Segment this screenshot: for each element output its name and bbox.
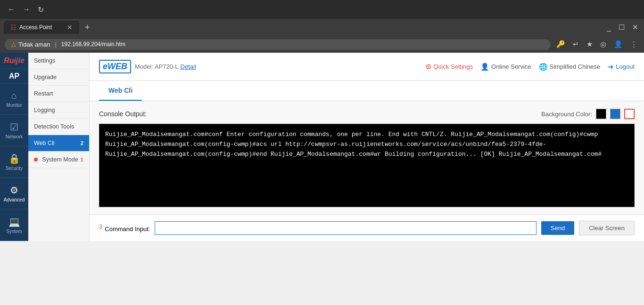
address-bar[interactable]: △ Tidak aman | 192.168.99.204/main.htm: [5, 39, 551, 50]
nav-system[interactable]: 💻 System: [0, 209, 28, 241]
online-service-button[interactable]: 👤 Online Service: [480, 63, 531, 71]
nav-advanced[interactable]: ⚙ Advanced: [0, 178, 28, 209]
color-swatch-black[interactable]: [596, 109, 606, 119]
back-button[interactable]: ←: [5, 3, 18, 16]
quick-settings-button[interactable]: ⚙ Quick Settings: [425, 63, 473, 71]
browser-nav-buttons: ← → ↻: [5, 3, 47, 16]
simplified-chinese-label: Simplified Chinese: [550, 63, 601, 70]
tab-web-cli[interactable]: Web Cli: [99, 81, 142, 101]
simplified-chinese-button[interactable]: 🌐 Simplified Chinese: [539, 63, 601, 71]
console-output: Ruijie_AP_Modalsemangat.com#conf Enter c…: [99, 124, 635, 207]
url-text: 192.168.99.204/main.htm: [61, 41, 125, 48]
minimize-button[interactable]: ⎯: [605, 23, 613, 32]
bg-color-label: Background Color:: [541, 111, 592, 118]
online-service-label: Online Service: [491, 63, 531, 70]
logout-button[interactable]: ➔ Logout: [608, 63, 635, 71]
logo-ap: AP: [9, 72, 19, 80]
logo-ruijie: Ruijie: [4, 56, 25, 65]
console-output-label: Console Output:: [99, 110, 147, 118]
browser-toolbar-icons: 🔑 ↵ ★ ◎ 👤 ⋮: [554, 39, 639, 49]
clear-screen-button[interactable]: Clear Screen: [579, 221, 635, 235]
address-bar-row: △ Tidak aman | 192.168.99.204/main.htm 🔑…: [0, 36, 644, 53]
content-body: Console Output: Background Color: Ruijie…: [90, 101, 644, 215]
sub-nav-upgrade-label: Upgrade: [34, 74, 57, 80]
nav-monitor-label: Monitor: [6, 103, 22, 108]
sub-nav-detection-tools[interactable]: Detection Tools: [28, 119, 89, 135]
bookmark-icon[interactable]: ★: [585, 39, 594, 49]
sub-nav-restart-label: Restart: [34, 90, 53, 97]
detail-link[interactable]: Detail: [181, 63, 196, 70]
console-header: Console Output: Background Color:: [99, 109, 635, 119]
sub-nav-upgrade[interactable]: Upgrade: [28, 69, 89, 86]
logout-icon: ➔: [608, 63, 614, 71]
color-swatch-white[interactable]: [624, 109, 635, 119]
sub-nav: Settings Upgrade Restart Logging Detecti…: [28, 53, 90, 241]
sub-nav-logging-label: Logging: [34, 107, 55, 113]
nav-security[interactable]: 🔒 Security: [0, 146, 28, 178]
command-number: 3: [99, 224, 102, 230]
tabs-row: Web Cli: [99, 81, 635, 101]
orange-dot-icon: [34, 158, 38, 161]
bg-color-section: Background Color:: [541, 109, 635, 119]
quick-settings-label: Quick Settings: [433, 63, 473, 70]
nav-advanced-label: Advanced: [4, 197, 25, 202]
refresh-button[interactable]: ↻: [35, 3, 47, 16]
app-layout: Ruijie AP ⌂ Monitor ☑ Network 🔒 Security…: [0, 53, 644, 241]
logout-label: Logout: [616, 63, 635, 70]
security-icon: 🔒: [8, 153, 20, 164]
quick-settings-icon: ⚙: [425, 63, 431, 71]
content-area: Web Cli Console Output: Background Color…: [90, 81, 644, 241]
tab-web-cli-label: Web Cli: [108, 87, 132, 94]
sub-nav-logging[interactable]: Logging: [28, 102, 89, 119]
settings-icon[interactable]: ⋮: [628, 39, 639, 49]
eweb-logo: eWEB: [99, 60, 131, 73]
logo-area: Ruijie: [0, 53, 28, 69]
sub-nav-settings[interactable]: Settings: [28, 53, 89, 69]
active-tab[interactable]: ☷ Access Point ✕: [4, 21, 79, 34]
new-tab-button[interactable]: +: [81, 21, 94, 34]
profile-icon[interactable]: 👤: [612, 39, 625, 49]
browser-tabs-bar: ☷ Access Point ✕ + ⎯ ☐ ✕: [0, 19, 644, 36]
top-header: eWEB Model: AP720-L Detail ⚙ Quick Setti…: [90, 53, 644, 81]
key-icon[interactable]: 🔑: [554, 39, 567, 49]
warning-text: Tidak aman: [18, 41, 50, 48]
sub-nav-system-mode[interactable]: System Mode 1: [28, 152, 89, 168]
maximize-button[interactable]: ☐: [617, 22, 627, 32]
sub-nav-settings-label: Settings: [34, 57, 55, 64]
network-icon: ☑: [10, 121, 18, 133]
nav-network-label: Network: [6, 134, 23, 139]
sub-nav-detection-tools-label: Detection Tools: [34, 123, 74, 130]
model-info: Model: AP720-L: [135, 63, 179, 70]
separator: |: [55, 41, 56, 48]
header-actions: ⚙ Quick Settings 👤 Online Service 🌐 Simp…: [425, 63, 635, 71]
advanced-icon: ⚙: [10, 185, 18, 196]
tab-title: Access Point: [19, 24, 52, 31]
sub-nav-web-cli-label: Web Cli: [34, 140, 55, 146]
security-warning: △: [11, 41, 16, 48]
left-nav: Ruijie AP ⌂ Monitor ☑ Network 🔒 Security…: [0, 53, 28, 241]
command-row: 3 Command Input: Send Clear Screen: [90, 215, 644, 241]
forward-button[interactable]: →: [20, 3, 33, 16]
system-icon: 💻: [8, 216, 20, 227]
web-cli-badge: 2: [81, 140, 83, 146]
share-icon[interactable]: ↵: [571, 39, 581, 49]
command-input-field[interactable]: [155, 221, 536, 235]
content-header: Web Cli: [90, 81, 644, 101]
color-swatch-blue[interactable]: [610, 109, 620, 119]
send-button[interactable]: Send: [541, 221, 574, 235]
nav-system-label: System: [6, 229, 22, 234]
command-input-label: 3 Command Input:: [99, 224, 150, 233]
extensions-icon[interactable]: ◎: [598, 39, 608, 49]
sub-nav-system-mode-label: System Mode: [42, 156, 78, 163]
logo-ap-area: AP: [0, 69, 28, 84]
language-icon: 🌐: [539, 63, 548, 71]
tab-close-button[interactable]: ✕: [67, 24, 73, 31]
sub-nav-web-cli[interactable]: Web Cli 2: [28, 135, 89, 152]
nav-monitor[interactable]: ⌂ Monitor: [0, 84, 28, 115]
nav-network[interactable]: ☑ Network: [0, 115, 28, 146]
window-close-button[interactable]: ✕: [630, 22, 640, 32]
browser-chrome: ← → ↻: [0, 0, 644, 19]
monitor-icon: ⌂: [11, 90, 17, 101]
nav-security-label: Security: [6, 166, 23, 171]
sub-nav-restart[interactable]: Restart: [28, 86, 89, 102]
